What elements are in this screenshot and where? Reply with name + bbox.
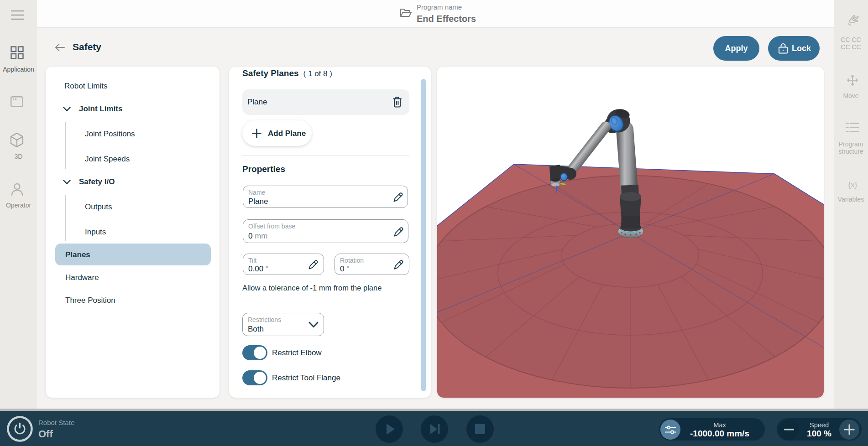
svg-text:{x}: {x} [848,181,858,189]
